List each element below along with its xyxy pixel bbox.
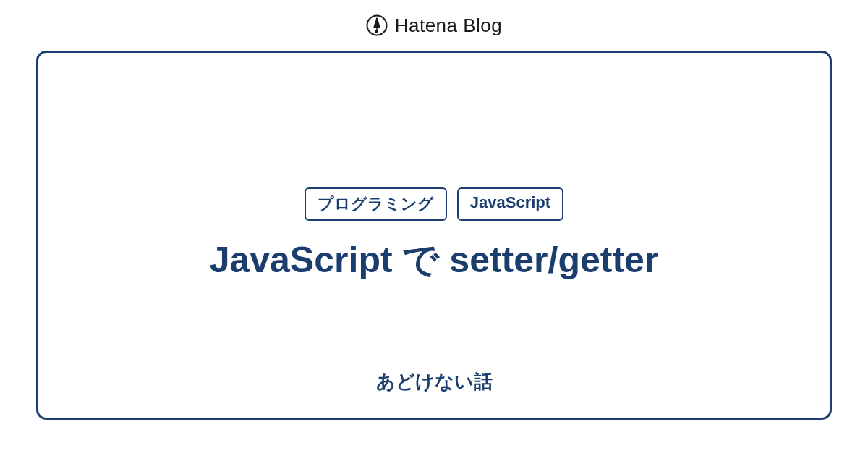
svg-rect-1 (375, 30, 378, 33)
article-title: JavaScript で setter/getter (210, 237, 659, 284)
header: Hatena Blog (0, 0, 868, 51)
tag-javascript: JavaScript (457, 187, 563, 221)
hatena-logo-icon (366, 14, 388, 36)
blog-name: あどけない話 (38, 369, 830, 394)
card-content: プログラミング JavaScript JavaScript で setter/g… (210, 187, 659, 284)
logo-text: Hatena Blog (395, 14, 503, 37)
tag-programming: プログラミング (305, 187, 447, 221)
article-card: プログラミング JavaScript JavaScript で setter/g… (36, 51, 832, 420)
tag-list: プログラミング JavaScript (305, 187, 563, 221)
